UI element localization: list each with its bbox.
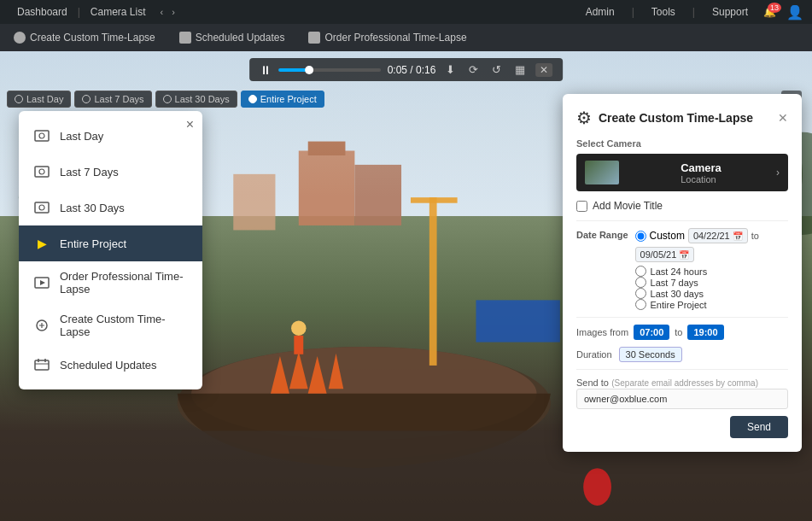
send-to-sub: (Separate email addresses by comma) — [611, 378, 758, 388]
svg-rect-34 — [35, 360, 49, 370]
svg-rect-29 — [35, 202, 49, 213]
duration-row: Duration 30 Seconds — [576, 347, 788, 362]
menu-label-last-30-days: Last 30 Days — [60, 202, 125, 214]
last-30-radio[interactable] — [635, 288, 646, 299]
last-30-row: Last 30 days — [635, 288, 788, 299]
refresh-button[interactable]: ⟳ — [465, 61, 482, 78]
send-to-label: Send to — [576, 378, 609, 388]
tab-icon-last30 — [163, 95, 172, 103]
menu-label-entire-project: Entire Project — [60, 237, 126, 250]
svg-rect-27 — [35, 167, 49, 177]
entire-project-label: Entire Project — [651, 300, 707, 310]
menu-item-order-professional[interactable]: Order Professional Time-Lapse — [19, 261, 202, 304]
email-input[interactable] — [576, 389, 788, 409]
order-professional-tool[interactable]: Order Professional Time-Lapse — [303, 29, 471, 46]
support-nav[interactable]: Support — [707, 6, 753, 18]
camera-name-location: Camera Location — [681, 161, 721, 184]
svg-marker-32 — [40, 280, 45, 285]
camera-location: Location — [681, 174, 721, 184]
add-movie-title-checkbox[interactable] — [576, 201, 587, 212]
progress-bar[interactable] — [278, 68, 381, 72]
menu-item-entire-project[interactable]: ▶ Entire Project — [19, 225, 202, 261]
sub-toolbar: Create Custom Time-Lapse Scheduled Updat… — [0, 24, 812, 51]
svg-point-30 — [39, 205, 44, 210]
cal-icon-to: 📅 — [679, 250, 689, 260]
menu-item-last-30-days[interactable]: Last 30 Days — [19, 190, 202, 225]
svg-rect-13 — [429, 197, 437, 366]
video-controls: ⏸ 0:05 / 0:16 ⬇ ⟳ ↺ ▦ ✕ — [249, 58, 564, 81]
menu-item-scheduled-updates[interactable]: Scheduled Updates — [19, 347, 202, 383]
time-to-separator: to — [675, 327, 682, 337]
last-7-radio[interactable] — [635, 277, 646, 288]
menu-icon-last30 — [32, 198, 51, 217]
last-24-label: Last 24 hours — [651, 266, 708, 277]
panel-close-button[interactable]: ✕ — [778, 111, 788, 125]
camera-list-nav[interactable]: Camera List — [82, 6, 155, 18]
notifications-badge: 13 — [768, 3, 781, 13]
tab-label-entire: Entire Project — [260, 94, 317, 104]
tab-last-30-days[interactable]: Last 30 Days — [155, 91, 237, 108]
svg-point-26 — [39, 133, 44, 138]
user-avatar[interactable]: 👤 — [786, 4, 803, 20]
dashboard-nav[interactable]: Dashboard — [9, 6, 76, 18]
time-to-box[interactable]: 19:00 — [687, 325, 723, 340]
last-7-row: Last 7 days — [635, 277, 788, 288]
panel-divider-2 — [576, 317, 788, 318]
send-to-row: Send to (Separate email addresses by com… — [576, 377, 788, 416]
date-custom-row: Custom 04/22/21 📅 to — [635, 228, 788, 243]
panel-divider-1 — [576, 220, 788, 221]
play-pause-button[interactable]: ⏸ — [260, 63, 272, 77]
send-button[interactable]: Send — [730, 416, 788, 438]
menu-icon-scheduled — [32, 355, 51, 374]
tab-last-7-days[interactable]: Last 7 Days — [74, 91, 151, 108]
admin-nav[interactable]: Admin — [581, 6, 620, 18]
menu-item-create-timelapse[interactable]: Create Custom Time-Lapse — [19, 304, 202, 347]
tab-last-day[interactable]: Last Day — [7, 91, 71, 108]
scheduled-icon — [179, 32, 191, 44]
menu-item-last-day[interactable]: Last Day — [19, 118, 202, 154]
custom-radio[interactable] — [635, 231, 646, 242]
camera-selector[interactable]: Camera Location › — [576, 154, 788, 191]
scheduled-updates-tool[interactable]: Scheduled Updates — [174, 29, 290, 46]
nav-next-arrow[interactable]: › — [169, 7, 178, 17]
duration-label: Duration — [576, 349, 612, 360]
custom-radio-label: Custom — [650, 230, 685, 242]
download-button[interactable]: ⬇ — [442, 61, 459, 78]
date-from-value: 04/22/21 — [693, 231, 730, 241]
tab-entire-project[interactable]: Entire Project — [241, 91, 324, 108]
notifications-bell[interactable]: 🔔13 — [763, 6, 776, 18]
date-to-separator: to — [751, 231, 759, 241]
entire-project-radio[interactable] — [635, 299, 646, 310]
nav-separator-1: | — [78, 6, 80, 18]
svg-rect-20 — [294, 336, 303, 354]
menu-item-last-7-days[interactable]: Last 7 Days — [19, 154, 202, 190]
camera-chevron-icon: › — [776, 167, 780, 179]
menu-icon-lastday — [32, 126, 51, 145]
left-menu-close[interactable]: × — [186, 118, 194, 132]
date-to-input[interactable]: 09/05/21 📅 — [635, 247, 695, 262]
svg-point-19 — [291, 320, 306, 335]
svg-rect-25 — [35, 131, 49, 141]
menu-label-last-day: Last Day — [60, 130, 103, 143]
last-24-radio[interactable] — [635, 266, 646, 277]
send-to-header: Send to (Separate email addresses by com… — [576, 377, 788, 389]
nav-prev-arrow[interactable]: ‹ — [158, 7, 166, 17]
entire-project-row: Entire Project — [635, 299, 788, 310]
professional-icon — [308, 32, 320, 44]
time-from-box[interactable]: 07:00 — [634, 325, 669, 340]
last-30-label: Last 30 days — [651, 289, 704, 299]
date-to-value: 09/05/21 — [640, 249, 677, 260]
duration-value[interactable]: 30 Seconds — [619, 347, 682, 362]
add-movie-title-label: Add Movie Title — [593, 200, 663, 212]
panel-divider-3 — [576, 369, 788, 370]
close-video-button[interactable]: ✕ — [535, 63, 552, 77]
right-panel: ⚙ Create Custom Time-Lapse ✕ Select Came… — [563, 94, 802, 452]
reload-button[interactable]: ↺ — [488, 61, 505, 78]
menu-label-order-professional: Order Professional Time-Lapse — [60, 270, 189, 296]
nav-arrows: ‹ › — [158, 7, 178, 17]
settings-button[interactable]: ▦ — [511, 61, 529, 78]
right-navigation: Admin | Tools | Support 🔔13 👤 — [581, 4, 803, 20]
tools-nav[interactable]: Tools — [646, 6, 681, 18]
date-from-input[interactable]: 04/22/21 📅 — [688, 228, 748, 243]
create-timelapse-tool[interactable]: Create Custom Time-Lapse — [9, 29, 161, 46]
